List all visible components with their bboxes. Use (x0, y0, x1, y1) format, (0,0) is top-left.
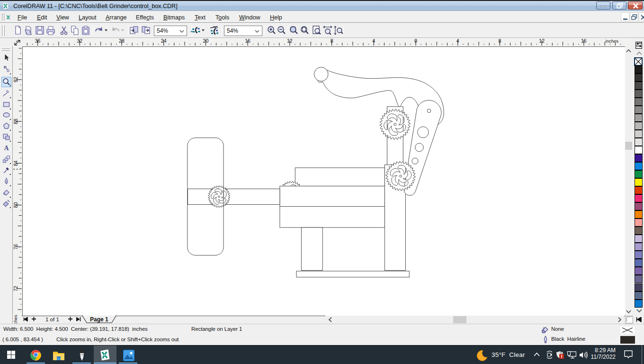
svg-text:Page 1: Page 1 (90, 316, 108, 323)
svg-text:1 of 1: 1 of 1 (45, 317, 59, 322)
